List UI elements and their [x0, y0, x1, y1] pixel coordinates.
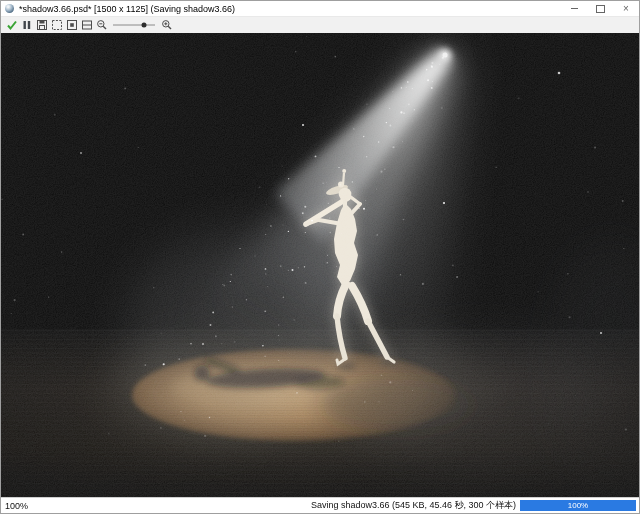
minimize-button[interactable]: [561, 1, 587, 16]
accept-button[interactable]: [5, 18, 18, 32]
save-button[interactable]: [35, 18, 48, 32]
toolbar: [1, 16, 639, 33]
fit-view-button[interactable]: [65, 18, 78, 32]
fit-icon: [66, 19, 78, 31]
zoom-slider-handle: [142, 23, 147, 28]
check-icon: [6, 19, 18, 31]
minimize-icon: [571, 8, 578, 9]
render-region-button[interactable]: [50, 18, 63, 32]
zoom-slider-track: [111, 19, 157, 31]
split-view-button[interactable]: [80, 18, 93, 32]
titlebar: *shadow3.66.psd* [1500 x 1125] (Saving s…: [1, 1, 639, 16]
render-viewport: [1, 33, 639, 497]
film-grain: [1, 33, 639, 497]
status-message: Saving shadow3.66 (545 KB, 45.46 秒, 300 …: [311, 499, 516, 512]
render-window: *shadow3.66.psd* [1500 x 1125] (Saving s…: [0, 0, 640, 514]
marquee-icon: [51, 19, 63, 31]
maximize-button[interactable]: [587, 1, 613, 16]
zoom-in-button[interactable]: [160, 18, 173, 32]
pause-icon: [21, 19, 33, 31]
save-icon: [36, 19, 48, 31]
close-button[interactable]: ×: [613, 1, 639, 16]
zoom-out-button[interactable]: [95, 18, 108, 32]
zoom-in-icon: [161, 19, 173, 31]
statusbar: 100% Saving shadow3.66 (545 KB, 45.46 秒,…: [1, 497, 639, 513]
pause-button[interactable]: [20, 18, 33, 32]
panels-icon: [81, 19, 93, 31]
zoom-level: 100%: [4, 501, 28, 511]
render-image[interactable]: [1, 33, 639, 497]
progress-bar: 100%: [520, 500, 636, 511]
app-icon[interactable]: [5, 4, 14, 13]
maximize-icon: [596, 5, 605, 13]
window-title: *shadow3.66.psd* [1500 x 1125] (Saving s…: [19, 4, 235, 14]
zoom-out-icon: [96, 19, 108, 31]
zoom-slider[interactable]: [111, 19, 157, 31]
